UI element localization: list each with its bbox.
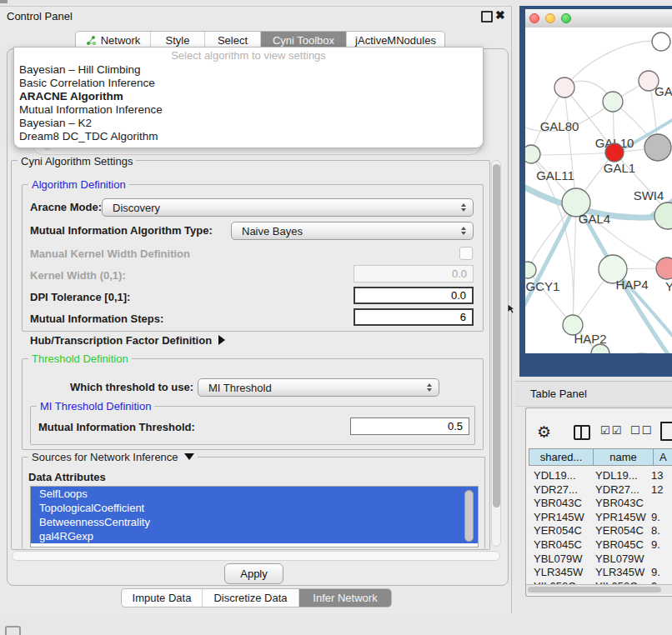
settings-hscrollbar[interactable]: [12, 551, 500, 561]
mi-steps-input[interactable]: [354, 308, 474, 326]
traffic-zoom-icon[interactable]: [561, 13, 571, 23]
table-row[interactable]: YBR043CYBR043C: [526, 497, 672, 511]
column-header-a[interactable]: A: [653, 448, 672, 466]
network-node[interactable]: [652, 32, 670, 51]
dropdown-placeholder: Select algorithm to view settings: [14, 49, 483, 62]
triangle-down-icon: [184, 453, 194, 460]
tab-label: Select: [218, 34, 248, 47]
network-node-GAL1[interactable]: [605, 143, 624, 162]
dropdown-item-4[interactable]: Bayesian – K2: [19, 117, 478, 130]
table-row[interactable]: YDR27...YDR27...12: [526, 483, 672, 498]
network-node-label: GAL11: [536, 168, 574, 182]
network-node-label: Y: [665, 279, 672, 293]
mi-steps-label: Mutual Information Steps:: [30, 312, 163, 327]
attribute-item-0[interactable]: SelfLoops: [31, 487, 478, 501]
kernel-width-label: Kernel Width (0,1):: [30, 268, 126, 283]
tab-discretize-data[interactable]: Discretize Data: [203, 589, 299, 607]
deselect-all-icon[interactable]: ☐☐: [630, 424, 653, 437]
gear-icon[interactable]: ⚙: [537, 422, 551, 442]
float-button[interactable]: [481, 11, 493, 22]
column-header-name[interactable]: name: [593, 448, 654, 466]
which-threshold-select[interactable]: MI Threshold: [198, 378, 439, 397]
table-row[interactable]: YER054CYER054C8.: [526, 524, 672, 538]
network-node-label: SWI4: [634, 188, 664, 202]
aracne-mode-select[interactable]: Discovery: [102, 198, 474, 217]
sources-group-toggle[interactable]: Sources for Network Inference: [28, 451, 198, 463]
tab-label: Style: [166, 34, 190, 47]
close-icon: ✖: [495, 8, 505, 22]
mi-type-select[interactable]: Naive Bayes: [231, 222, 474, 240]
traffic-minimize-icon[interactable]: [545, 13, 555, 23]
table-row[interactable]: YBR045CYBR045C9.: [526, 538, 672, 552]
network-node-GAL11[interactable]: [525, 145, 540, 163]
table-cell: YBR045C: [588, 538, 646, 552]
bottom-tabbar: Impute Data Discretize Data Infer Networ…: [121, 588, 392, 608]
settings-scrollbar[interactable]: [491, 160, 501, 547]
table-cell: YDR27...: [526, 483, 588, 498]
tab-label: Infer Network: [313, 592, 377, 604]
table-row[interactable]: YPR145WYPR145W9.: [526, 511, 672, 525]
tab-infer-network[interactable]: Infer Network: [299, 589, 391, 607]
manual-kernel-checkbox[interactable]: [459, 247, 473, 260]
settings-scrollbar-thumb[interactable]: [493, 164, 500, 508]
network-edge[interactable]: [532, 152, 614, 155]
listbox-scrollbar[interactable]: [464, 490, 474, 542]
hub-section-toggle[interactable]: Hub/Transcription Factor Definition: [30, 333, 225, 348]
table-cell: YER054C: [526, 524, 588, 538]
network-node-Y[interactable]: [656, 258, 672, 279]
network-node[interactable]: [644, 134, 671, 161]
table-cell: YDR27...: [588, 483, 646, 498]
table-cell: [646, 552, 672, 567]
network-node-GAL10[interactable]: [603, 92, 623, 112]
mi-threshold-input[interactable]: [350, 418, 469, 435]
select-all-icon[interactable]: ☑☑: [600, 424, 623, 437]
traffic-close-icon[interactable]: [529, 13, 539, 23]
table-panel-title: Table Panel: [530, 388, 587, 400]
dropdown-item-1[interactable]: Basic Correlation Inference: [19, 77, 478, 90]
page-icon[interactable]: [660, 422, 672, 441]
network-titlebar[interactable]: [525, 9, 672, 28]
attributes-listbox: SelfLoopsTopologicalCoefficientBetweenne…: [30, 486, 479, 548]
dropdown-item-2[interactable]: ARACNE Algorithm: [19, 90, 478, 103]
dpi-tolerance-input[interactable]: [354, 287, 474, 304]
attribute-item-2[interactable]: BetweennessCentrality: [31, 515, 478, 529]
network-node-label: GAL4: [579, 212, 610, 226]
network-edge[interactable]: [564, 88, 576, 202]
dropdown-item-3[interactable]: Mutual Information Inference: [19, 103, 478, 117]
mouse-cursor-icon: [507, 303, 515, 314]
column-header-shared[interactable]: shared...: [529, 448, 594, 466]
apply-button[interactable]: Apply: [224, 563, 283, 584]
dropdown-item-5[interactable]: Dream8 DC_TDC Algorithm: [19, 130, 478, 143]
attribute-item-3[interactable]: gal4RGexp: [31, 529, 478, 543]
table-hscrollbar[interactable]: [526, 584, 672, 594]
tab-label: jActiveMNodules: [355, 34, 436, 47]
hub-section-label: Hub/Transcription Factor Definition: [30, 334, 212, 347]
control-panel-title: Control Panel: [7, 8, 73, 26]
table-row[interactable]: YLR345WYLR345W9.: [526, 566, 672, 580]
network-node-GAL80[interactable]: [554, 78, 574, 98]
tab-label: Impute Data: [133, 592, 192, 604]
table-cell: YPR145W: [588, 511, 646, 525]
network-node-SWI4[interactable]: [654, 202, 672, 229]
threshold-definition-title: Threshold Definition: [28, 352, 132, 365]
kernel-width-input[interactable]: [354, 265, 474, 282]
table-row[interactable]: YDL19...YDL19...13: [526, 469, 672, 483]
network-node-GCY1[interactable]: [525, 262, 536, 278]
aracne-mode-value: Discovery: [113, 202, 160, 214]
bottom-left-icon[interactable]: [5, 626, 21, 635]
mi-threshold-label: Mutual Information Threshold:: [38, 420, 195, 435]
tab-label: Network: [101, 34, 141, 47]
table-hscrollbar-thumb[interactable]: [528, 587, 661, 592]
manual-kernel-label: Manual Kernel Width Definition: [30, 247, 190, 262]
network-canvas[interactable]: GAL80GAL10GALGAL1GAL11GAL4SWI4HAP4GCY1YH…: [525, 28, 672, 353]
table-cell: YDL19...: [526, 469, 588, 483]
tab-impute-data[interactable]: Impute Data: [122, 589, 203, 607]
close-button[interactable]: ✖: [495, 9, 505, 21]
dropdown-item-list: Bayesian – Hill ClimbingBasic Correlatio…: [19, 63, 478, 143]
network-node-label: GAL: [654, 84, 672, 98]
table-cell: YBR043C: [526, 497, 588, 511]
split-columns-icon[interactable]: [574, 425, 590, 440]
attribute-item-1[interactable]: TopologicalCoefficient: [31, 501, 478, 515]
dropdown-item-0[interactable]: Bayesian – Hill Climbing: [19, 63, 478, 77]
table-row[interactable]: YBL079WYBL079W: [526, 552, 672, 567]
